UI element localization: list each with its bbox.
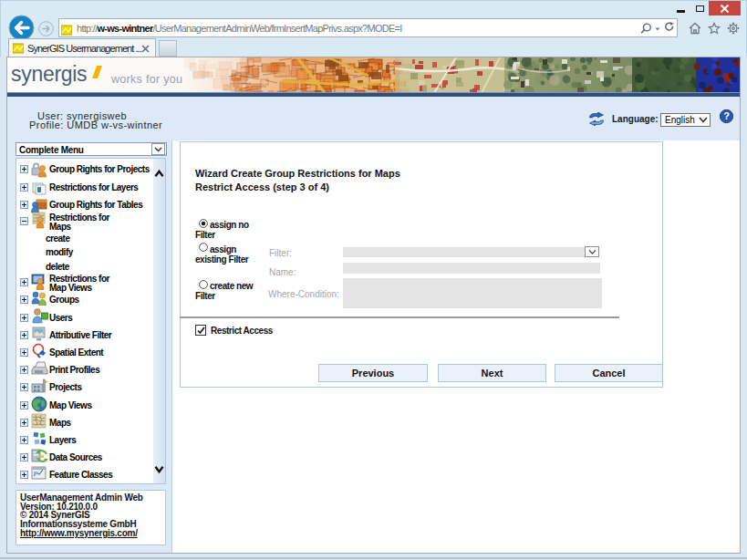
svg-text:?: ? xyxy=(723,110,730,121)
